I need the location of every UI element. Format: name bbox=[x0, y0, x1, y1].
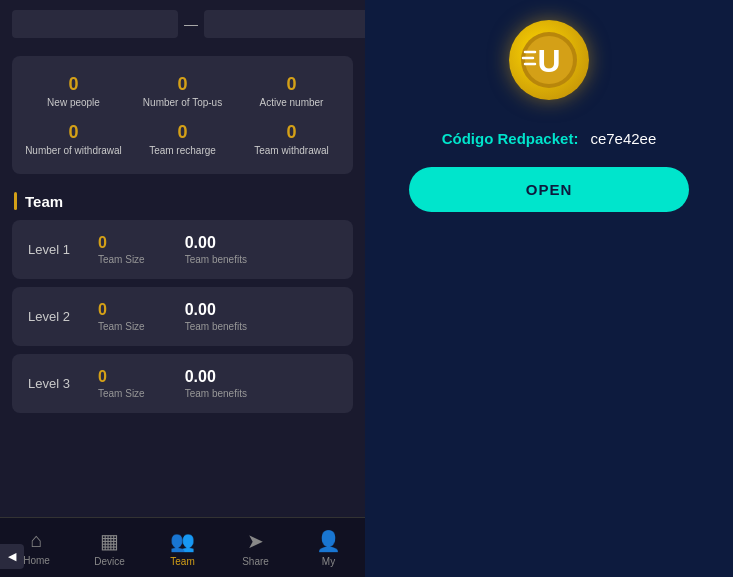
level-2-label: Level 2 bbox=[28, 309, 78, 324]
stat-withdrawal: 0 Number of withdrawal bbox=[20, 116, 127, 162]
share-icon: ➤ bbox=[247, 529, 264, 553]
stat-label-new-people: New people bbox=[47, 97, 100, 108]
team-title-text: Team bbox=[25, 193, 63, 210]
nav-share-label: Share bbox=[242, 556, 269, 567]
stat-team-withdrawal: 0 Team withdrawal bbox=[238, 116, 345, 162]
nav-my[interactable]: 👤 My bbox=[292, 518, 365, 577]
stat-top-us: 0 Number of Top-us bbox=[129, 68, 236, 114]
level-1-benefits-value: 0.00 bbox=[185, 234, 247, 252]
home-icon: ⌂ bbox=[30, 529, 42, 552]
nav-device[interactable]: ▦ Device bbox=[73, 518, 146, 577]
team-icon: 👥 bbox=[170, 529, 195, 553]
stat-value-top-us: 0 bbox=[177, 74, 187, 95]
back-button[interactable]: ◀ bbox=[0, 544, 24, 569]
redpacket-label: Código Redpacket: bbox=[442, 130, 579, 147]
stat-label-recharge: Team recharge bbox=[149, 145, 216, 156]
level-card-3: Level 3 0 Team Size 0.00 Team benefits bbox=[12, 354, 353, 413]
logo-svg: U bbox=[519, 30, 579, 90]
search-input-1[interactable] bbox=[12, 10, 178, 38]
stat-label-active: Active number bbox=[260, 97, 324, 108]
level-1-team-size-label: Team Size bbox=[98, 254, 145, 265]
nav-team-label: Team bbox=[170, 556, 194, 567]
level-2-team-size-value: 0 bbox=[98, 301, 145, 319]
redpacket-code: ce7e42ee bbox=[590, 130, 656, 147]
logo-circle: U bbox=[509, 20, 589, 100]
svg-text:U: U bbox=[537, 43, 560, 79]
level-card-2: Level 2 0 Team Size 0.00 Team benefits bbox=[12, 287, 353, 346]
stat-value-withdrawal: 0 bbox=[68, 122, 78, 143]
stat-new-people: 0 New people bbox=[20, 68, 127, 114]
my-icon: 👤 bbox=[316, 529, 341, 553]
bottom-nav: ◀ ⌂ Home ▦ Device 👥 Team ➤ Share 👤 My bbox=[0, 517, 365, 577]
level-3-label: Level 3 bbox=[28, 376, 78, 391]
level-1-label: Level 1 bbox=[28, 242, 78, 257]
stat-label-withdrawal: Number of withdrawal bbox=[25, 145, 122, 156]
stat-value-active: 0 bbox=[286, 74, 296, 95]
level-3-team-size-label: Team Size bbox=[98, 388, 145, 399]
stats-grid: 0 New people 0 Number of Top-us 0 Active… bbox=[12, 56, 353, 174]
level-2-benefits-value: 0.00 bbox=[185, 301, 247, 319]
nav-share[interactable]: ➤ Share bbox=[219, 518, 292, 577]
level-1-size-group: 0 Team Size bbox=[98, 234, 145, 265]
device-icon: ▦ bbox=[100, 529, 119, 553]
stat-value-team-withdrawal: 0 bbox=[286, 122, 296, 143]
stat-recharge: 0 Team recharge bbox=[129, 116, 236, 162]
nav-my-label: My bbox=[322, 556, 335, 567]
level-2-size-group: 0 Team Size bbox=[98, 301, 145, 332]
redpacket-row: Código Redpacket: ce7e42ee bbox=[442, 130, 657, 147]
level-1-benefits-label: Team benefits bbox=[185, 254, 247, 265]
level-1-team-size-value: 0 bbox=[98, 234, 145, 252]
level-2-team-size-label: Team Size bbox=[98, 321, 145, 332]
level-3-benefits-group: 0.00 Team benefits bbox=[185, 368, 247, 399]
right-panel: U Código Redpacket: ce7e42ee OPEN bbox=[365, 0, 733, 577]
level-1-benefits-group: 0.00 Team benefits bbox=[185, 234, 247, 265]
level-3-benefits-value: 0.00 bbox=[185, 368, 247, 386]
stat-label-top-us: Number of Top-us bbox=[143, 97, 222, 108]
stat-value-recharge: 0 bbox=[177, 122, 187, 143]
team-section-title: Team bbox=[0, 182, 365, 220]
title-bar-decoration bbox=[14, 192, 17, 210]
level-card-1: Level 1 0 Team Size 0.00 Team benefits bbox=[12, 220, 353, 279]
team-levels: Level 1 0 Team Size 0.00 Team benefits L… bbox=[0, 220, 365, 413]
nav-team[interactable]: 👥 Team bbox=[146, 518, 219, 577]
dash-separator: — bbox=[184, 16, 198, 32]
open-button[interactable]: OPEN bbox=[409, 167, 689, 212]
level-2-benefits-label: Team benefits bbox=[185, 321, 247, 332]
level-3-size-group: 0 Team Size bbox=[98, 368, 145, 399]
nav-home-label: Home bbox=[23, 555, 50, 566]
level-3-benefits-label: Team benefits bbox=[185, 388, 247, 399]
stat-value-new-people: 0 bbox=[68, 74, 78, 95]
nav-device-label: Device bbox=[94, 556, 125, 567]
stat-label-team-withdrawal: Team withdrawal bbox=[254, 145, 328, 156]
search-input-2[interactable] bbox=[204, 10, 365, 38]
stat-active: 0 Active number bbox=[238, 68, 345, 114]
left-panel: — Search 0 New people 0 Number of Top-us… bbox=[0, 0, 365, 577]
level-2-benefits-group: 0.00 Team benefits bbox=[185, 301, 247, 332]
search-bar: — Search bbox=[0, 0, 365, 48]
level-3-team-size-value: 0 bbox=[98, 368, 145, 386]
